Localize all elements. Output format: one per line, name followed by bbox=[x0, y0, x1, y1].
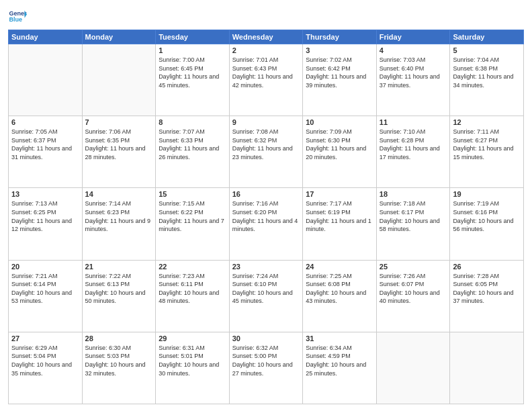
calendar-cell: 27Sunrise: 6:29 AM Sunset: 5:04 PM Dayli… bbox=[9, 332, 83, 404]
day-number: 2 bbox=[232, 46, 300, 54]
day-number: 19 bbox=[453, 190, 521, 198]
header: General Blue bbox=[8, 7, 524, 26]
svg-text:Blue: Blue bbox=[9, 16, 22, 23]
day-number: 14 bbox=[85, 190, 153, 198]
day-info: Sunrise: 7:10 AM Sunset: 6:28 PM Dayligh… bbox=[380, 128, 447, 161]
day-number: 22 bbox=[159, 263, 226, 271]
day-number: 21 bbox=[85, 263, 153, 271]
calendar-cell: 19Sunrise: 7:19 AM Sunset: 6:16 PM Dayli… bbox=[450, 188, 524, 260]
calendar-cell: 25Sunrise: 7:26 AM Sunset: 6:07 PM Dayli… bbox=[376, 260, 450, 332]
day-info: Sunrise: 7:02 AM Sunset: 6:42 PM Dayligh… bbox=[306, 56, 373, 89]
day-info: Sunrise: 7:25 AM Sunset: 6:08 PM Dayligh… bbox=[306, 272, 373, 306]
calendar-cell: 7Sunrise: 7:06 AM Sunset: 6:35 PM Daylig… bbox=[82, 116, 156, 188]
calendar-cell: 26Sunrise: 7:28 AM Sunset: 6:05 PM Dayli… bbox=[450, 260, 524, 332]
weekday-header-sunday: Sunday bbox=[9, 30, 83, 44]
day-info: Sunrise: 7:22 AM Sunset: 6:13 PM Dayligh… bbox=[85, 272, 153, 306]
day-number: 1 bbox=[159, 46, 226, 54]
day-number: 20 bbox=[11, 263, 79, 271]
calendar-cell: 17Sunrise: 7:17 AM Sunset: 6:19 PM Dayli… bbox=[303, 188, 377, 260]
day-number: 27 bbox=[11, 334, 79, 342]
calendar-cell bbox=[376, 332, 450, 404]
weekday-header-friday: Friday bbox=[376, 30, 450, 44]
day-info: Sunrise: 7:21 AM Sunset: 6:14 PM Dayligh… bbox=[11, 272, 79, 306]
day-info: Sunrise: 7:06 AM Sunset: 6:35 PM Dayligh… bbox=[85, 128, 153, 161]
weekday-header-tuesday: Tuesday bbox=[156, 30, 230, 44]
day-number: 24 bbox=[306, 263, 373, 271]
day-number: 30 bbox=[232, 334, 300, 342]
calendar-cell: 14Sunrise: 7:14 AM Sunset: 6:23 PM Dayli… bbox=[82, 188, 156, 260]
week-row-0: 1Sunrise: 7:00 AM Sunset: 6:45 PM Daylig… bbox=[9, 44, 524, 116]
day-info: Sunrise: 7:04 AM Sunset: 6:38 PM Dayligh… bbox=[453, 56, 521, 89]
day-info: Sunrise: 6:34 AM Sunset: 4:59 PM Dayligh… bbox=[306, 344, 373, 377]
calendar-cell: 18Sunrise: 7:18 AM Sunset: 6:17 PM Dayli… bbox=[376, 188, 450, 260]
weekday-header-wednesday: Wednesday bbox=[229, 30, 303, 44]
day-number: 7 bbox=[85, 118, 153, 126]
calendar-cell: 23Sunrise: 7:24 AM Sunset: 6:10 PM Dayli… bbox=[229, 260, 303, 332]
day-number: 25 bbox=[380, 263, 447, 271]
week-row-3: 20Sunrise: 7:21 AM Sunset: 6:14 PM Dayli… bbox=[9, 260, 524, 332]
calendar-cell: 15Sunrise: 7:15 AM Sunset: 6:22 PM Dayli… bbox=[156, 188, 230, 260]
calendar-cell: 13Sunrise: 7:13 AM Sunset: 6:25 PM Dayli… bbox=[9, 188, 83, 260]
calendar-cell: 28Sunrise: 6:30 AM Sunset: 5:03 PM Dayli… bbox=[82, 332, 156, 404]
calendar-cell bbox=[450, 332, 524, 404]
calendar-cell: 20Sunrise: 7:21 AM Sunset: 6:14 PM Dayli… bbox=[9, 260, 83, 332]
weekday-header-thursday: Thursday bbox=[303, 30, 377, 44]
calendar-cell: 4Sunrise: 7:03 AM Sunset: 6:40 PM Daylig… bbox=[376, 44, 450, 116]
day-info: Sunrise: 7:05 AM Sunset: 6:37 PM Dayligh… bbox=[11, 128, 79, 161]
weekday-header-monday: Monday bbox=[82, 30, 156, 44]
page: General Blue SundayMondayTuesdayWednesda… bbox=[0, 0, 532, 411]
calendar-cell: 16Sunrise: 7:16 AM Sunset: 6:20 PM Dayli… bbox=[229, 188, 303, 260]
day-number: 10 bbox=[306, 118, 373, 126]
week-row-1: 6Sunrise: 7:05 AM Sunset: 6:37 PM Daylig… bbox=[9, 116, 524, 188]
day-info: Sunrise: 7:07 AM Sunset: 6:33 PM Dayligh… bbox=[159, 128, 226, 161]
day-info: Sunrise: 7:13 AM Sunset: 6:25 PM Dayligh… bbox=[11, 199, 79, 233]
day-info: Sunrise: 6:29 AM Sunset: 5:04 PM Dayligh… bbox=[11, 344, 79, 377]
logo: General Blue bbox=[8, 7, 27, 26]
day-info: Sunrise: 7:14 AM Sunset: 6:23 PM Dayligh… bbox=[85, 199, 153, 233]
day-number: 29 bbox=[159, 334, 226, 342]
day-info: Sunrise: 7:01 AM Sunset: 6:43 PM Dayligh… bbox=[232, 56, 300, 89]
day-number: 13 bbox=[11, 190, 79, 198]
day-number: 15 bbox=[159, 190, 226, 198]
day-info: Sunrise: 7:09 AM Sunset: 6:30 PM Dayligh… bbox=[306, 128, 373, 161]
day-info: Sunrise: 7:00 AM Sunset: 6:45 PM Dayligh… bbox=[159, 56, 226, 89]
day-info: Sunrise: 7:18 AM Sunset: 6:17 PM Dayligh… bbox=[380, 199, 447, 233]
calendar-table: SundayMondayTuesdayWednesdayThursdayFrid… bbox=[8, 30, 524, 404]
day-number: 5 bbox=[453, 46, 521, 54]
day-info: Sunrise: 7:15 AM Sunset: 6:22 PM Dayligh… bbox=[159, 199, 226, 233]
day-info: Sunrise: 7:24 AM Sunset: 6:10 PM Dayligh… bbox=[232, 272, 300, 306]
day-number: 23 bbox=[232, 263, 300, 271]
day-number: 26 bbox=[453, 263, 521, 271]
calendar-cell: 11Sunrise: 7:10 AM Sunset: 6:28 PM Dayli… bbox=[376, 116, 450, 188]
calendar-cell: 29Sunrise: 6:31 AM Sunset: 5:01 PM Dayli… bbox=[156, 332, 230, 404]
weekday-header-row: SundayMondayTuesdayWednesdayThursdayFrid… bbox=[9, 30, 524, 44]
day-info: Sunrise: 7:11 AM Sunset: 6:27 PM Dayligh… bbox=[453, 128, 521, 161]
day-number: 28 bbox=[85, 334, 153, 342]
calendar-cell bbox=[82, 44, 156, 116]
calendar-cell bbox=[9, 44, 83, 116]
calendar-cell: 8Sunrise: 7:07 AM Sunset: 6:33 PM Daylig… bbox=[156, 116, 230, 188]
day-number: 11 bbox=[380, 118, 447, 126]
week-row-4: 27Sunrise: 6:29 AM Sunset: 5:04 PM Dayli… bbox=[9, 332, 524, 404]
calendar-cell: 9Sunrise: 7:08 AM Sunset: 6:32 PM Daylig… bbox=[229, 116, 303, 188]
calendar-cell: 21Sunrise: 7:22 AM Sunset: 6:13 PM Dayli… bbox=[82, 260, 156, 332]
day-info: Sunrise: 7:16 AM Sunset: 6:20 PM Dayligh… bbox=[232, 199, 300, 233]
day-info: Sunrise: 7:26 AM Sunset: 6:07 PM Dayligh… bbox=[380, 272, 447, 306]
day-number: 9 bbox=[232, 118, 300, 126]
day-info: Sunrise: 7:08 AM Sunset: 6:32 PM Dayligh… bbox=[232, 128, 300, 161]
day-info: Sunrise: 7:17 AM Sunset: 6:19 PM Dayligh… bbox=[306, 199, 373, 233]
calendar-cell: 30Sunrise: 6:32 AM Sunset: 5:00 PM Dayli… bbox=[229, 332, 303, 404]
day-number: 18 bbox=[380, 190, 447, 198]
calendar-cell: 10Sunrise: 7:09 AM Sunset: 6:30 PM Dayli… bbox=[303, 116, 377, 188]
day-info: Sunrise: 7:28 AM Sunset: 6:05 PM Dayligh… bbox=[453, 272, 521, 306]
day-number: 3 bbox=[306, 46, 373, 54]
day-info: Sunrise: 6:30 AM Sunset: 5:03 PM Dayligh… bbox=[85, 344, 153, 377]
calendar-cell: 2Sunrise: 7:01 AM Sunset: 6:43 PM Daylig… bbox=[229, 44, 303, 116]
day-number: 6 bbox=[11, 118, 79, 126]
day-info: Sunrise: 7:19 AM Sunset: 6:16 PM Dayligh… bbox=[453, 199, 521, 233]
calendar-cell: 12Sunrise: 7:11 AM Sunset: 6:27 PM Dayli… bbox=[450, 116, 524, 188]
day-number: 4 bbox=[380, 46, 447, 54]
calendar-cell: 22Sunrise: 7:23 AM Sunset: 6:11 PM Dayli… bbox=[156, 260, 230, 332]
calendar-cell: 6Sunrise: 7:05 AM Sunset: 6:37 PM Daylig… bbox=[9, 116, 83, 188]
calendar-cell: 24Sunrise: 7:25 AM Sunset: 6:08 PM Dayli… bbox=[303, 260, 377, 332]
